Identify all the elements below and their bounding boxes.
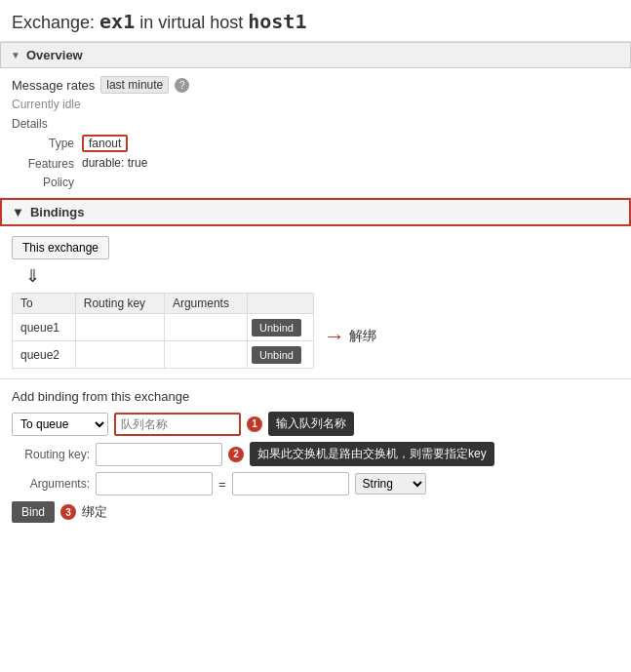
bindings-body: This exchange ⇓ To Routing key Arguments… [0, 226, 631, 378]
overview-header-label: Overview [26, 48, 83, 62]
arguments-label: Arguments: [12, 477, 90, 491]
help-icon[interactable]: ? [175, 78, 189, 93]
bindings-section: ▼ Bindings This exchange ⇓ To Routing ke… [0, 198, 631, 378]
details-label: Details [12, 117, 619, 131]
overview-header[interactable]: ▼ Overview [0, 42, 631, 68]
unbind-button-1[interactable]: Unbind [252, 319, 301, 336]
row1-routing-key [75, 314, 164, 341]
col-routing-key: Routing key [75, 294, 164, 314]
bind-button[interactable]: Bind [12, 501, 55, 523]
arguments-row: Arguments: = String Number Boolean [12, 472, 619, 495]
queue-name-input[interactable] [114, 413, 241, 436]
row1-to: queue1 [13, 314, 76, 341]
tooltip-1: 输入队列名称 [268, 412, 354, 436]
routing-key-input[interactable] [96, 443, 222, 466]
overview-triangle-icon: ▼ [11, 50, 20, 60]
tooltip-2: 如果此交换机是路由交换机，则需要指定key [250, 442, 494, 466]
type-key: Type [16, 135, 74, 152]
annotation-text: 解绑 [349, 328, 376, 345]
bind-row: Bind 3 绑定 [12, 501, 619, 523]
row2-unbind-cell: Unbind [248, 341, 314, 369]
row1-arguments [164, 314, 247, 341]
table-row: queue1 Unbind [13, 314, 314, 341]
add-binding-title: Add binding from this exchange [12, 389, 619, 404]
type-badge: fanout [82, 135, 128, 152]
annotation-arrow-icon: → [324, 324, 345, 349]
bindings-table: To Routing key Arguments queue1 Unbind [12, 293, 314, 369]
circle-2-badge: 2 [228, 447, 244, 462]
title-prefix: Exchange: [12, 13, 99, 32]
message-rates-label: Message rates [12, 78, 95, 93]
add-binding-section: Add binding from this exchange To queue … [0, 378, 631, 538]
bindings-triangle-icon: ▼ [12, 205, 24, 219]
table-row: queue2 Unbind [13, 341, 314, 369]
col-action [248, 294, 314, 314]
arguments-value-input[interactable] [232, 472, 349, 495]
features-key: Features [16, 155, 74, 171]
arguments-key-input[interactable] [96, 472, 213, 495]
bindings-header[interactable]: ▼ Bindings [0, 198, 631, 226]
idle-text: Currently idle [12, 98, 619, 111]
policy-val [82, 174, 619, 189]
circle-3-badge: 3 [60, 504, 76, 520]
overview-body: Message rates last minute ? Currently id… [0, 68, 631, 198]
col-arguments: Arguments [164, 294, 247, 314]
policy-key: Policy [16, 174, 74, 189]
down-arrow-icon: ⇓ [25, 265, 619, 287]
circle-1-badge: 1 [247, 416, 262, 432]
message-rates-badge: last minute [100, 76, 169, 94]
message-rates-row: Message rates last minute ? [12, 76, 619, 94]
features-val: durable: true [82, 155, 619, 171]
type-val: fanout [82, 135, 619, 152]
row2-arguments [164, 341, 247, 369]
page-title: Exchange: ex1 in virtual host host1 [0, 0, 631, 42]
equals-sign: = [218, 477, 226, 492]
row2-routing-key [75, 341, 164, 369]
title-in: in virtual host [135, 13, 248, 32]
arguments-type-select[interactable]: String Number Boolean [355, 473, 426, 494]
routing-key-label: Routing key: [12, 448, 90, 461]
details-grid: Type fanout Features durable: true Polic… [16, 135, 619, 189]
unbind-button-2[interactable]: Unbind [252, 346, 301, 364]
routing-key-row: Routing key: 2 如果此交换机是路由交换机，则需要指定key [12, 442, 619, 466]
bind-label-cn: 绑定 [82, 503, 107, 521]
row2-to: queue2 [13, 341, 76, 369]
bindings-header-label: Bindings [30, 205, 85, 219]
destination-row: To queue To exchange 1 输入队列名称 [12, 412, 619, 436]
row1-unbind-cell: Unbind [248, 314, 314, 341]
this-exchange-button[interactable]: This exchange [12, 236, 109, 259]
col-to: To [13, 294, 76, 314]
host-name: host1 [248, 10, 306, 33]
destination-select[interactable]: To queue To exchange [12, 413, 108, 436]
exchange-name: ex1 [99, 10, 135, 33]
